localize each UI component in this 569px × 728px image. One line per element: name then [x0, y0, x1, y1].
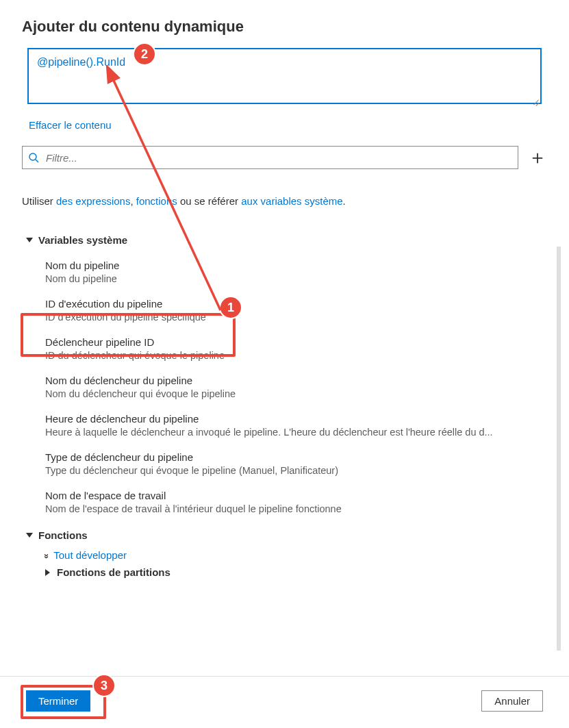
filter-input[interactable]	[45, 151, 512, 164]
item-title: Déclencheur pipeline ID	[45, 336, 542, 348]
cancel-button[interactable]: Annuler	[481, 690, 543, 712]
item-title: Nom de l'espace de travail	[45, 490, 542, 501]
footer: Terminer Annuler	[0, 676, 569, 728]
help-mid: ou se référer	[177, 195, 241, 207]
item-title: Nom du déclencheur du pipeline	[45, 375, 542, 386]
chevron-down-icon	[26, 238, 33, 242]
link-functions[interactable]: fonctions	[136, 195, 177, 207]
sysvar-item-trigger-name[interactable]: Nom du déclencheur du pipeline Nom du dé…	[26, 369, 542, 407]
help-text: Utiliser des expressions, fonctions ou s…	[22, 195, 547, 207]
expand-all-link[interactable]: » Tout développer	[45, 549, 542, 561]
item-title: Nom du pipeline	[45, 260, 542, 271]
panel-title: Ajouter du contenu dynamique	[22, 18, 547, 36]
content-scroll[interactable]: Variables système Nom du pipeline Nom du…	[22, 227, 547, 625]
help-prefix: Utiliser	[22, 195, 56, 207]
resize-handle-icon[interactable]	[533, 98, 540, 105]
scrollbar[interactable]	[557, 247, 561, 651]
item-desc: ID d'exécution du pipeline spécifique	[45, 312, 542, 323]
section-functions[interactable]: Fonctions	[26, 529, 542, 541]
item-desc: Nom du pipeline	[45, 273, 542, 284]
sysvar-item-trigger-type[interactable]: Type de déclencheur du pipeline Type du …	[26, 446, 542, 484]
item-desc: ID du déclencheur qui évoque le pipeline	[45, 350, 542, 361]
svg-point-0	[29, 153, 36, 160]
sysvar-item-run-id[interactable]: ID d'exécution du pipeline ID d'exécutio…	[26, 292, 542, 331]
link-expressions[interactable]: des expressions	[56, 195, 130, 207]
subsection-label: Fonctions de partitions	[57, 566, 170, 578]
sysvar-item-pipeline-name[interactable]: Nom du pipeline Nom du pipeline	[26, 254, 542, 292]
clear-content-link[interactable]: Effacer le contenu	[29, 119, 112, 131]
finish-button[interactable]: Terminer	[26, 690, 90, 712]
help-suffix: .	[343, 195, 346, 207]
section-label: Variables système	[38, 234, 127, 246]
item-desc: Nom du déclencheur qui évoque le pipelin…	[45, 388, 542, 399]
filter-field[interactable]	[22, 146, 518, 169]
link-sysvars[interactable]: aux variables système	[241, 195, 342, 207]
expand-all-label: Tout développer	[53, 549, 127, 561]
item-title: Heure de déclencheur du pipeline	[45, 413, 542, 425]
chevron-right-icon	[45, 569, 50, 576]
sysvar-item-workspace-name[interactable]: Nom de l'espace de travail Nom de l'espa…	[26, 484, 542, 523]
item-desc: Heure à laquelle le déclencheur a invoqu…	[45, 427, 542, 438]
expression-input[interactable]	[27, 48, 542, 104]
svg-line-1	[36, 160, 38, 162]
chevron-down-icon	[26, 533, 33, 538]
item-desc: Nom de l'espace de travail à l'intérieur…	[45, 503, 542, 514]
add-button[interactable]: ＋	[528, 148, 547, 167]
chevron-double-down-icon: »	[42, 553, 52, 556]
section-system-variables[interactable]: Variables système	[26, 234, 542, 246]
subsection-partition-functions[interactable]: Fonctions de partitions	[45, 566, 542, 578]
search-icon	[28, 152, 39, 163]
help-sep: ,	[130, 195, 136, 207]
section-label: Fonctions	[38, 529, 88, 541]
item-title: Type de déclencheur du pipeline	[45, 451, 542, 463]
sysvar-item-trigger-id[interactable]: Déclencheur pipeline ID ID du déclencheu…	[26, 331, 542, 369]
sysvar-item-trigger-time[interactable]: Heure de déclencheur du pipeline Heure à…	[26, 407, 542, 446]
item-title: ID d'exécution du pipeline	[45, 298, 542, 310]
item-desc: Type du déclencheur qui évoque le pipeli…	[45, 465, 542, 476]
